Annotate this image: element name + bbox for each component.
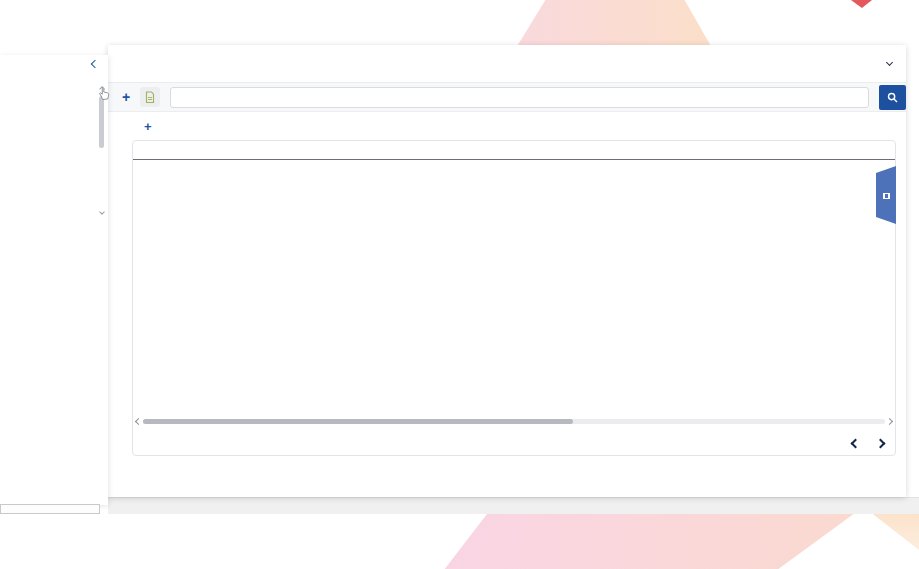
add-document-button[interactable]: +: [122, 90, 130, 104]
page: + +: [0, 0, 919, 569]
footer: [108, 497, 919, 514]
add-filter-button[interactable]: +: [144, 119, 152, 134]
decor-shape-bottom-peach: [853, 514, 919, 562]
decor-shape-top: [516, 0, 712, 48]
columns-icon: [883, 193, 890, 199]
user-menu[interactable]: [881, 63, 892, 65]
scroll-left-icon[interactable]: [135, 418, 142, 425]
document-export-icon: [144, 91, 156, 104]
cursor-hand-icon: [97, 85, 112, 105]
status-url: [0, 504, 100, 514]
filter-bar: +: [108, 112, 906, 140]
app-header: [108, 45, 906, 83]
chevron-down-icon: [886, 58, 893, 65]
pagination: [852, 440, 884, 447]
submenu-scrollbar[interactable]: [99, 86, 105, 215]
search-input[interactable]: [170, 87, 869, 108]
sidebar: [0, 55, 108, 505]
export-document-button[interactable]: [140, 87, 160, 107]
documents-submenu: [0, 85, 108, 216]
results-bar: [133, 429, 895, 457]
decor-shape-red: [851, 0, 872, 8]
main-window: + +: [108, 45, 906, 497]
scrollbar-thumb[interactable]: [143, 419, 573, 424]
next-page-icon[interactable]: [876, 438, 886, 448]
previous-page-icon[interactable]: [851, 438, 861, 448]
toolbar: +: [108, 83, 906, 112]
horizontal-scrollbar: [136, 417, 892, 426]
search-field-wrap: [170, 87, 869, 108]
search-button[interactable]: [879, 85, 906, 110]
scroll-right-icon[interactable]: [886, 418, 893, 425]
scroll-down-icon[interactable]: [99, 209, 105, 215]
scrollbar-track[interactable]: [143, 419, 885, 424]
decor-shape-bottom-pink: [440, 514, 910, 569]
table-header-row: [133, 141, 895, 160]
search-icon: [887, 92, 898, 103]
documents-table: [132, 140, 896, 456]
columns-tab-button[interactable]: [876, 166, 896, 224]
